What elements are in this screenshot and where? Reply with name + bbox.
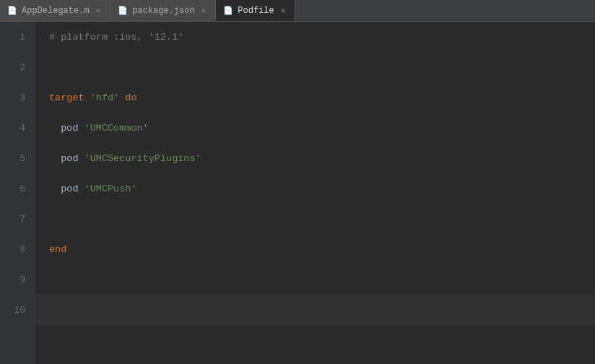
editor: 1 2 3 4 5 6 7 8 9 10 # platform :ios, '1… <box>0 22 595 364</box>
code-line-2 <box>35 52 595 82</box>
tab-label-appdelegate: AppDelegate.m <box>22 6 90 16</box>
line-num-10: 10 <box>0 295 34 325</box>
tab-podfile[interactable]: 📄 Podfile ✕ <box>216 0 295 21</box>
line-numbers: 1 2 3 4 5 6 7 8 9 10 <box>0 22 35 364</box>
line-num-1: 1 <box>0 22 34 52</box>
code-line-4: pod 'UMCCommon' <box>35 113 595 143</box>
line-num-3: 3 <box>0 82 34 113</box>
code-content-8: end <box>49 244 66 255</box>
code-content-4b: 'UMCCommon' <box>84 123 149 134</box>
code-content-3c: do <box>119 92 136 103</box>
tab-package-json[interactable]: 📄 package.json ✕ <box>110 0 216 21</box>
code-content-6b: 'UMCPush' <box>84 183 137 194</box>
line-num-6: 6 <box>0 173 34 204</box>
code-content-3a: target <box>49 92 90 103</box>
code-content-6a: pod <box>49 183 84 194</box>
code-line-3: target 'hfd' do <box>35 82 595 113</box>
code-content-3b: 'hfd' <box>90 92 120 103</box>
code-line-7 <box>35 204 595 234</box>
line-num-2: 2 <box>0 52 34 82</box>
tab-icon-podfile: 📄 <box>223 6 233 15</box>
code-content-1: # platform :ios, '12.1' <box>49 32 183 43</box>
code-content-4a: pod <box>49 123 84 134</box>
code-content-5b: 'UMCSecurityPlugins' <box>84 153 201 164</box>
code-line-9 <box>35 264 595 295</box>
line-num-5: 5 <box>0 143 34 173</box>
tab-label-podfile: Podfile <box>238 6 274 16</box>
code-area[interactable]: # platform :ios, '12.1' target 'hfd' do … <box>35 22 595 364</box>
line-num-4: 4 <box>0 113 34 143</box>
code-content-5a: pod <box>49 153 84 164</box>
tab-label-package-json: package.json <box>132 6 194 16</box>
close-tab-package-json[interactable]: ✕ <box>199 5 209 16</box>
line-num-8: 8 <box>0 234 34 264</box>
code-line-6: pod 'UMCPush' <box>35 173 595 204</box>
close-tab-podfile[interactable]: ✕ <box>279 5 288 16</box>
code-line-5: pod 'UMCSecurityPlugins' <box>35 143 595 173</box>
code-line-8: end <box>35 234 595 264</box>
code-line-1: # platform :ios, '12.1' <box>35 22 595 52</box>
tab-icon-appdelegate: 📄 <box>7 6 17 15</box>
line-num-7: 7 <box>0 204 34 234</box>
tab-bar: 📄 AppDelegate.m ✕ 📄 package.json ✕ 📄 Pod… <box>0 0 595 22</box>
line-num-9: 9 <box>0 264 34 295</box>
tab-appdelegate[interactable]: 📄 AppDelegate.m ✕ <box>0 0 110 21</box>
tab-icon-package-json: 📄 <box>118 6 128 15</box>
close-tab-appdelegate[interactable]: ✕ <box>94 5 103 16</box>
code-line-10 <box>35 295 595 325</box>
